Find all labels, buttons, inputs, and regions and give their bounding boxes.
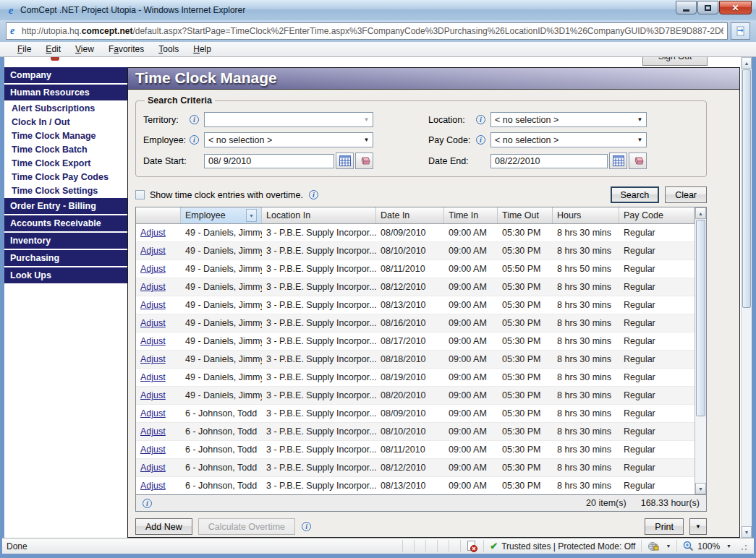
date-start-calendar-button[interactable] <box>336 153 354 169</box>
menu-help[interactable]: Help <box>186 43 218 56</box>
sidebar-item-clock-in-out[interactable]: Clock In / Out <box>4 116 127 129</box>
sidebar-item-time-clock-manage[interactable]: Time Clock Manage <box>4 129 127 143</box>
col-header-location-in[interactable]: Location In <box>262 207 376 223</box>
col-header-employee[interactable]: Employee▼ <box>181 207 262 223</box>
info-icon[interactable]: i <box>476 135 485 145</box>
info-icon[interactable]: i <box>190 135 199 145</box>
sidebar-item-human-resources[interactable]: Human Resources <box>4 85 127 100</box>
sort-dropdown-icon[interactable]: ▼ <box>246 209 257 222</box>
sign-out-button[interactable]: Sign Out <box>642 57 708 66</box>
sidebar-item-time-clock-export[interactable]: Time Clock Export <box>4 157 127 171</box>
sidebar-item-alert-subscriptions[interactable]: Alert Subscriptions <box>4 102 127 116</box>
col-header-hours[interactable]: Hours <box>553 207 619 223</box>
employee-select[interactable]: < no selection > ▼ <box>204 132 373 147</box>
sidebar-item-accounts-receivable[interactable]: Accounts Receivable <box>4 215 127 231</box>
date-start-input[interactable] <box>204 154 334 168</box>
calculate-overtime-button[interactable]: Calculate Overtime <box>198 518 295 535</box>
location-select[interactable]: < no selection > ▼ <box>490 112 647 127</box>
minimize-button[interactable] <box>676 1 697 14</box>
adjust-link[interactable]: Adjust <box>136 426 181 437</box>
blocked-content-indicator[interactable] <box>460 540 483 552</box>
scroll-down-icon[interactable]: ▼ <box>742 526 752 538</box>
page-favicon-icon: e <box>10 26 22 36</box>
sidebar-item-company[interactable]: Company <box>4 67 127 83</box>
date-end-input[interactable] <box>490 154 608 168</box>
sidebar-item-inventory[interactable]: Inventory <box>4 233 127 249</box>
menu-tools[interactable]: Tools <box>151 43 186 56</box>
cell-time-out: 05:50 PM <box>498 264 553 274</box>
add-new-button[interactable]: Add New <box>135 518 192 535</box>
adjust-link[interactable]: Adjust <box>136 246 181 256</box>
date-end-clear-button[interactable] <box>629 153 647 169</box>
sidebar-item-order-entry-billing[interactable]: Order Entry - Billing <box>4 198 127 214</box>
date-start-clear-button[interactable] <box>355 153 373 169</box>
sidebar-item-time-clock-pay-codes[interactable]: Time Clock Pay Codes <box>4 171 127 184</box>
cell-time-in: 09:00 AM <box>444 354 498 364</box>
scroll-up-icon[interactable]: ▲ <box>742 57 752 69</box>
adjust-link[interactable]: Adjust <box>136 282 181 292</box>
adjust-link[interactable]: Adjust <box>136 463 181 473</box>
address-input[interactable]: e http://utopia.hq.comcept.net/default.a… <box>6 22 728 40</box>
resize-grip[interactable] <box>738 541 748 551</box>
privacy-indicator[interactable]: ▼ <box>641 540 676 552</box>
search-button[interactable]: Search <box>611 186 660 203</box>
refresh-button[interactable] <box>731 22 750 40</box>
grid-scrollbar[interactable]: ▲ ▼ <box>695 207 706 494</box>
menu-favorites[interactable]: Favorites <box>101 43 151 56</box>
col-header-time-out[interactable]: Time Out <box>498 207 553 223</box>
adjust-link[interactable]: Adjust <box>136 372 181 382</box>
pay-code-select[interactable]: < no selection > ▼ <box>490 132 647 147</box>
maximize-button[interactable] <box>697 1 718 14</box>
adjust-link[interactable]: Adjust <box>136 336 181 346</box>
col-header-date-in[interactable]: Date In <box>376 207 444 223</box>
chevron-down-icon: ▼ <box>360 137 373 143</box>
info-icon[interactable]: i <box>190 115 199 124</box>
adjust-link[interactable]: Adjust <box>136 481 181 491</box>
date-end-calendar-button[interactable] <box>609 153 627 169</box>
col-header-pay-code[interactable]: Pay Code <box>619 207 695 223</box>
cell-hours: 8 hrs 30 mins <box>553 372 619 382</box>
adjust-link[interactable]: Adjust <box>136 408 181 418</box>
adjust-link[interactable]: Adjust <box>136 390 181 400</box>
info-icon[interactable]: i <box>476 115 485 124</box>
menu-view[interactable]: View <box>68 43 101 56</box>
cell-time-out: 05:30 PM <box>498 481 553 491</box>
sidebar-item-look-ups[interactable]: Look Ups <box>4 267 127 283</box>
print-button[interactable]: Print <box>645 518 684 535</box>
cell-date-in: 08/11/2010 <box>376 445 444 455</box>
scrollbar-thumb[interactable] <box>742 69 751 308</box>
col-header-time-in[interactable]: Time In <box>444 207 498 223</box>
scrollbar-thumb[interactable] <box>696 220 705 416</box>
cell-pay-code: Regular <box>619 408 695 418</box>
adjust-link[interactable]: Adjust <box>136 228 181 238</box>
adjust-link[interactable]: Adjust <box>136 318 181 328</box>
adjust-link[interactable]: Adjust <box>136 445 181 455</box>
territory-select[interactable]: ▼ <box>204 112 373 127</box>
menu-edit[interactable]: Edit <box>38 43 68 56</box>
info-icon[interactable]: i <box>309 190 318 199</box>
sidebar-item-time-clock-batch[interactable]: Time Clock Batch <box>4 143 127 157</box>
print-dropdown-button[interactable]: ▼ <box>689 518 707 535</box>
zoom-control[interactable]: 100% ▼ <box>676 540 754 552</box>
cell-time-in: 09:00 AM <box>444 426 498 437</box>
check-icon: ✔ <box>490 541 498 551</box>
scroll-down-icon[interactable]: ▼ <box>695 483 706 494</box>
cell-location-in: 3 - P.B.E. Supply Incorpor... <box>262 282 376 292</box>
info-icon[interactable]: i <box>143 499 152 508</box>
clear-button[interactable]: Clear <box>665 186 707 203</box>
info-icon[interactable]: i <box>302 522 311 531</box>
overtime-checkbox[interactable] <box>135 190 145 199</box>
globe-lock-icon <box>647 541 659 551</box>
adjust-link[interactable]: Adjust <box>136 264 181 274</box>
main-panel: Time Clock Manage Search Criteria Territ… <box>127 67 740 538</box>
sidebar-item-time-clock-settings[interactable]: Time Clock Settings <box>4 184 127 198</box>
sidebar-item-purchasing[interactable]: Purchasing <box>4 250 127 266</box>
browser-scrollbar[interactable]: ▲ ▼ <box>741 57 752 538</box>
security-zone-indicator[interactable]: ✔ Trusted sites | Protected Mode: Off <box>483 540 641 552</box>
adjust-link[interactable]: Adjust <box>136 300 181 310</box>
scroll-up-icon[interactable]: ▲ <box>695 207 706 219</box>
menu-file[interactable]: File <box>10 43 38 56</box>
adjust-link[interactable]: Adjust <box>136 354 181 364</box>
cell-pay-code: Regular <box>619 228 695 238</box>
close-button[interactable]: ✕ <box>719 1 752 14</box>
